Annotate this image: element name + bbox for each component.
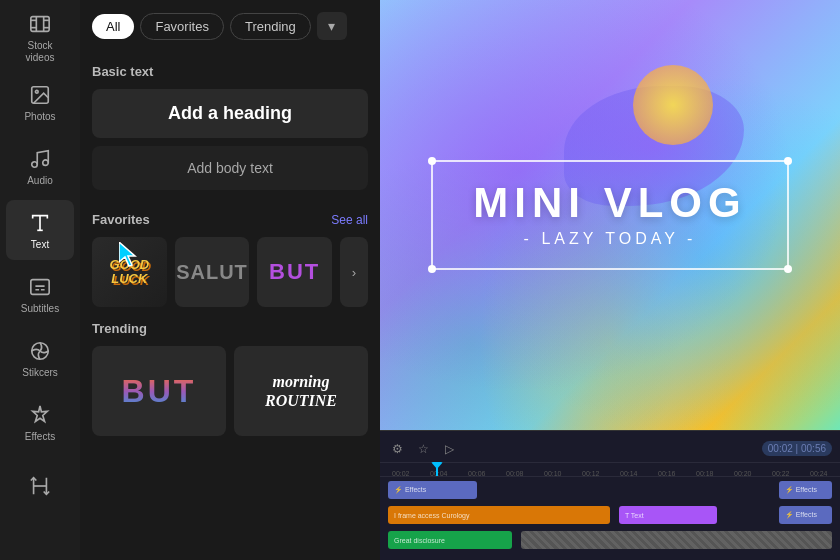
sidebar-item-effects[interactable]: Effects	[6, 392, 74, 452]
sidebar-item-transitions[interactable]	[6, 456, 74, 516]
tab-more-button[interactable]: ▾	[317, 12, 347, 40]
salut-text: SALUT	[176, 261, 248, 284]
timeline-scissor-icon[interactable]: ⚙	[388, 440, 406, 458]
ruler-tick-0: 00:02	[392, 470, 410, 477]
svg-point-10	[43, 159, 49, 165]
good-luck-text: GOODLUCK	[109, 258, 149, 287]
canvas[interactable]: MINI VLOG - LAZY TODAY -	[380, 0, 840, 430]
timeline-bookmark-icon[interactable]: ☆	[414, 440, 432, 458]
segment-image[interactable]	[521, 531, 832, 549]
segment-footage[interactable]: I frame access Curology	[388, 506, 610, 524]
corner-handle-br	[784, 265, 792, 273]
effects-icon	[28, 403, 52, 427]
main-area: MINI VLOG - LAZY TODAY - ⚙ ☆ ▷ 00:02 | 0…	[380, 0, 840, 560]
text-panel: All Favorites Trending ▾ Basic text Add …	[80, 0, 380, 560]
sidebar-item-text[interactable]: Text	[6, 200, 74, 260]
music-icon	[28, 147, 52, 171]
transitions-icon	[28, 474, 52, 498]
timeline-ruler: 00:02 00:04 00:06 00:08 00:10 00:12 00:1…	[380, 463, 840, 477]
timeline-tracks: ⚡ Effects ⚡ Effects I frame access Curol…	[380, 477, 840, 556]
add-heading-button[interactable]: Add a heading	[92, 89, 368, 138]
trending-card-but[interactable]: BUT	[92, 346, 226, 436]
ruler-tick-1: 00:04	[430, 470, 448, 477]
favorites-section-header: Favorites See all	[92, 212, 368, 227]
image-icon	[28, 83, 52, 107]
trending-title: Trending	[92, 321, 147, 336]
timeline-time-display: 00:02 | 00:56	[762, 441, 832, 456]
subtitles-icon	[28, 275, 52, 299]
sidebar: Stockvideos Photos Audio	[0, 0, 80, 560]
ruler-tick-6: 00:14	[620, 470, 638, 477]
segment-effects-2[interactable]: ⚡ Effects	[779, 481, 832, 499]
canvas-blob-2	[633, 65, 713, 145]
playhead[interactable]	[436, 463, 438, 476]
canvas-subtitle-text: - LAZY TODAY -	[473, 230, 746, 248]
segment-effects-right[interactable]: ⚡ Effects	[779, 506, 832, 524]
trending-section-header: Trending	[92, 321, 368, 336]
sidebar-item-audio[interactable]: Audio	[6, 136, 74, 196]
ruler-tick-7: 00:16	[658, 470, 676, 477]
sidebar-item-subtitles[interactable]: Subtitles	[6, 264, 74, 324]
svg-point-9	[32, 161, 38, 167]
ruler-tick-2: 00:06	[468, 470, 486, 477]
sidebar-label-text: Text	[31, 239, 49, 250]
but-trend-text: BUT	[122, 373, 197, 410]
sidebar-label-effects: Effects	[25, 431, 55, 442]
playhead-head	[431, 462, 443, 469]
favorite-card-good-luck[interactable]: GOODLUCK	[92, 237, 167, 307]
track-footage-segments: I frame access Curology T Text ⚡ Effects	[388, 506, 832, 524]
favorite-card-but[interactable]: BUT	[257, 237, 332, 307]
but-fav-text: BUT	[269, 259, 320, 285]
panel-content: Basic text Add a heading Add body text F…	[80, 48, 380, 560]
svg-rect-13	[31, 279, 49, 294]
timeline: ⚙ ☆ ▷ 00:02 | 00:56 00:02 00:04 00:06 00…	[380, 430, 840, 560]
sidebar-item-stock-videos[interactable]: Stockvideos	[6, 8, 74, 68]
favorites-title: Favorites	[92, 212, 150, 227]
sidebar-label-audio: Audio	[27, 175, 53, 186]
favorites-see-all[interactable]: See all	[331, 213, 368, 227]
trending-row: BUT morningROUTINE	[92, 346, 368, 436]
favorites-more-button[interactable]: ›	[340, 237, 368, 307]
track-footage: I frame access Curology T Text ⚡ Effects	[388, 504, 832, 526]
panel-tabs: All Favorites Trending ▾	[80, 0, 380, 48]
timeline-play-icon[interactable]: ▷	[440, 440, 458, 458]
chevron-down-icon: ▾	[328, 18, 335, 34]
sidebar-label-subtitles: Subtitles	[21, 303, 59, 314]
sidebar-item-photos[interactable]: Photos	[6, 72, 74, 132]
canvas-title-text: MINI VLOG	[473, 182, 746, 224]
ruler-tick-10: 00:22	[772, 470, 790, 477]
trending-card-morning-routine[interactable]: morningROUTINE	[234, 346, 368, 436]
morning-routine-text: morningROUTINE	[265, 372, 337, 410]
svg-point-8	[35, 90, 38, 93]
track-effects: ⚡ Effects ⚡ Effects	[388, 479, 832, 501]
tab-favorites[interactable]: Favorites	[140, 13, 223, 40]
track-effects-segments: ⚡ Effects ⚡ Effects	[388, 481, 832, 499]
ruler-tick-5: 00:12	[582, 470, 600, 477]
timeline-toolbar: ⚙ ☆ ▷ 00:02 | 00:56	[380, 435, 840, 463]
sticker-icon	[28, 339, 52, 363]
sidebar-label-stickers: Stikcers	[22, 367, 58, 378]
ruler-tick-8: 00:18	[696, 470, 714, 477]
ruler-tick-3: 00:08	[506, 470, 524, 477]
ruler-tick-4: 00:10	[544, 470, 562, 477]
canvas-text-box[interactable]: MINI VLOG - LAZY TODAY -	[431, 160, 788, 270]
add-body-text-button[interactable]: Add body text	[92, 146, 368, 190]
sidebar-label-stock-videos: Stockvideos	[26, 40, 55, 64]
basic-text-section-title: Basic text	[92, 64, 368, 79]
sidebar-item-stickers[interactable]: Stikcers	[6, 328, 74, 388]
ruler-tick-9: 00:20	[734, 470, 752, 477]
segment-text[interactable]: T Text	[619, 506, 717, 524]
chevron-right-icon: ›	[352, 265, 356, 280]
favorites-row: GOODLUCK SALUT BUT ›	[92, 237, 368, 307]
segment-green[interactable]: Great disclosure	[388, 531, 512, 549]
type-icon	[28, 211, 52, 235]
track-bottom: Great disclosure	[388, 529, 832, 551]
ruler-tick-11: 00:24	[810, 470, 828, 477]
sidebar-label-photos: Photos	[24, 111, 55, 122]
tab-all[interactable]: All	[92, 14, 134, 39]
segment-effects-1[interactable]: ⚡ Effects	[388, 481, 477, 499]
film-icon	[28, 12, 52, 36]
svg-rect-0	[31, 17, 49, 32]
tab-trending[interactable]: Trending	[230, 13, 311, 40]
favorite-card-salut[interactable]: SALUT	[175, 237, 250, 307]
